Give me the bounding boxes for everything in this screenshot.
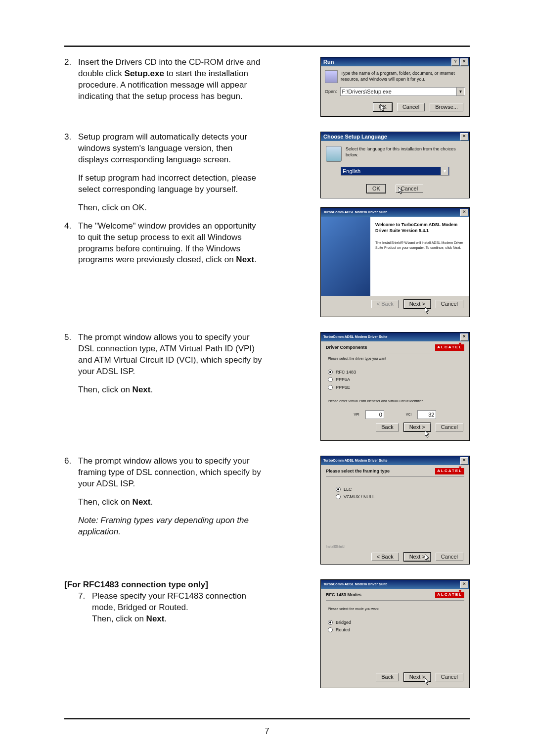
step-6: 6. The prompt window allows you to speci… [64, 456, 262, 538]
cancel-button[interactable]: Cancel [436, 553, 463, 561]
run-dialog: Run ? ✕ Type the name of a program, fold… [320, 57, 470, 117]
step7-p2: Then, click on Next. [92, 614, 262, 625]
next-button[interactable]: Next > [404, 423, 431, 431]
installshield-label: InstallShield [321, 544, 469, 549]
cancel-button[interactable]: Cancel [397, 103, 425, 111]
step6-note: Note: Framing types vary depending upon … [78, 515, 262, 538]
cancel-button[interactable]: Cancel [436, 423, 463, 431]
radio-pppoe[interactable]: PPPoE [328, 384, 462, 390]
step-number: 3. [64, 132, 78, 214]
vpi-input[interactable]: 0 [365, 410, 384, 419]
welcome-dialog: TurboComm ADSL Modem Driver Suite ✕ Welc… [320, 207, 470, 317]
rule-top [64, 46, 470, 47]
titlebar: Run ? ✕ [321, 57, 469, 66]
wizard-side-image [321, 217, 370, 296]
run-message: Type the name of a program, folder, docu… [341, 70, 465, 83]
back-button[interactable]: < Back [371, 553, 399, 561]
step4-body: The "Welcome" window provides an opportu… [78, 221, 262, 266]
welcome-message: The InstallShield® Wizard will install A… [375, 240, 464, 250]
cancel-button[interactable]: Cancel [436, 300, 463, 308]
step6-p2: Then, click on Next. [78, 497, 262, 508]
radio-llc[interactable]: LLC [336, 486, 454, 492]
step-number: 5. [64, 332, 78, 396]
dialog-heading: Driver Components [326, 344, 367, 350]
browse-button[interactable]: Browse... [430, 103, 463, 111]
emph-next: Next [133, 385, 151, 394]
radio-vcmux[interactable]: VCMUX / NULL [336, 494, 454, 500]
page-number: 7 [0, 726, 534, 737]
close-icon[interactable]: ✕ [460, 133, 468, 141]
language-dialog: Choose Setup Language ✕ Select the langu… [320, 132, 470, 198]
vci-input[interactable]: 32 [417, 410, 436, 419]
radio-bridged[interactable]: Bridged [328, 619, 462, 625]
next-button[interactable]: Next > [404, 673, 431, 681]
ok-button[interactable]: OK [367, 185, 386, 193]
close-icon[interactable]: ✕ [460, 333, 468, 341]
window-title: TurboComm ADSL Modem Driver Suite [322, 458, 387, 463]
step5-p2: Then, click on Next. [78, 384, 262, 396]
step-2: 2. Insert the Drivers CD into the CD-ROM… [64, 57, 262, 102]
rule-bottom [64, 718, 470, 719]
next-button[interactable]: Next > [404, 300, 431, 308]
vci-label: VCI [406, 412, 412, 417]
step3-p1: Setup program will automatically detects… [78, 132, 262, 166]
emph-next: Next [146, 614, 165, 623]
step-5: 5. The prompt window allows you to speci… [64, 332, 262, 396]
window-title: TurboComm ADSL Modem Driver Suite [322, 582, 387, 586]
step-4: 4. The "Welcome" window provides an oppo… [64, 221, 262, 266]
back-button: < Back [371, 300, 399, 308]
close-icon[interactable]: ✕ [460, 581, 468, 588]
close-icon[interactable]: ✕ [460, 58, 468, 66]
globe-icon [326, 146, 342, 162]
step3-p2: If setup program had incorrect detection… [78, 173, 262, 195]
lang-message: Select the language for this installatio… [346, 146, 464, 162]
window-title: Run [322, 58, 334, 66]
window-title: TurboComm ADSL Modem Driver Suite [322, 210, 387, 214]
next-button[interactable]: Next > [404, 553, 431, 561]
driver-type-label: Please select the driver type you want [328, 356, 462, 361]
radio-pppoa[interactable]: PPPoA [328, 377, 462, 382]
step-number: 6. [64, 456, 78, 538]
open-label: Open: [325, 89, 337, 94]
rfc1483-modes-dialog: TurboComm ADSL Modem Driver Suite ✕ RFC … [320, 579, 470, 688]
window-title: Choose Setup Language [322, 133, 387, 141]
alcatel-logo: ALCATEL [435, 344, 464, 351]
alcatel-logo: ALCATEL [435, 468, 464, 474]
welcome-heading: Welcome to TurboComm ADSL Modem Driver S… [375, 222, 464, 234]
step-number: 2. [64, 57, 78, 102]
alcatel-logo: ALCATEL [435, 592, 464, 598]
ok-button[interactable]: OK [373, 103, 392, 111]
step-number: 4. [64, 221, 78, 266]
radio-rfc1483[interactable]: RFC 1483 [328, 369, 462, 375]
close-icon[interactable]: ✕ [460, 209, 468, 216]
back-button[interactable]: Back [376, 423, 399, 431]
step-body: Insert the Drivers CD into the CD-ROM dr… [78, 57, 262, 102]
vpi-label: VPI [354, 412, 359, 417]
step-number: 7. [78, 591, 92, 625]
language-select[interactable]: English [341, 167, 449, 176]
step6-p1: The prompt window allows you to specify … [78, 456, 262, 490]
dialog-heading: RFC 1483 Modes [326, 592, 361, 598]
step3-p3: Then, click on OK. [78, 202, 262, 214]
step5-p1: The prompt window allows you to specify … [78, 332, 262, 378]
framing-dialog: TurboComm ADSL Modem Driver Suite ✕ Plea… [320, 456, 470, 565]
mode-label: Please select the mode you want [328, 607, 462, 611]
dialog-heading: Please select the framing type [326, 468, 390, 474]
window-title: TurboComm ADSL Modem Driver Suite [322, 334, 387, 339]
radio-routed[interactable]: Routed [328, 627, 462, 633]
step-7: 7. Please specify your RFC1483 connectio… [64, 591, 262, 625]
rfc1483-heading: [For RFC1483 connection type only] [64, 579, 262, 591]
close-icon[interactable]: ✕ [460, 457, 468, 465]
open-input[interactable]: F:\Drivers\Setup.exe [340, 87, 465, 96]
vpi-vci-label: Please enter Virtual Path Identifier and… [328, 399, 462, 403]
help-icon[interactable]: ? [451, 58, 459, 66]
step-3: 3. Setup program will automatically dete… [64, 132, 262, 214]
run-icon [325, 70, 338, 83]
step7-p1: Please specify your RFC1483 connection m… [92, 591, 262, 614]
cancel-button[interactable]: Cancel [396, 185, 423, 193]
emph-next: Next [133, 497, 151, 507]
cancel-button[interactable]: Cancel [436, 673, 463, 681]
driver-components-dialog: TurboComm ADSL Modem Driver Suite ✕ Driv… [320, 332, 470, 441]
emph-setup: Setup.exe [125, 69, 164, 78]
back-button[interactable]: Back [376, 673, 399, 681]
